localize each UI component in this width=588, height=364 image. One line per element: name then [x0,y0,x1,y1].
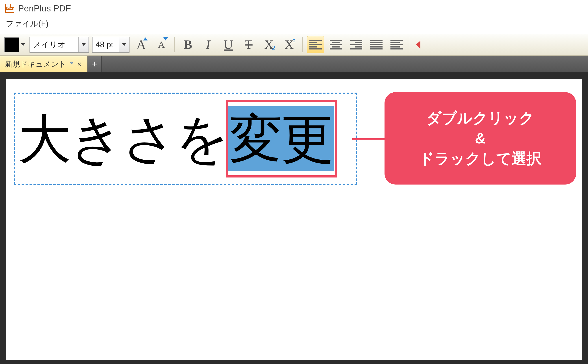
subscript-badge: 2 [272,45,275,52]
callout-line2: & [475,128,486,149]
document-page[interactable]: 大きさを変更 ダブルクリック & ドラックして選択 [6,79,582,360]
separator [174,37,175,52]
align-distribute-button[interactable] [388,36,405,53]
italic-button[interactable]: I [200,36,217,53]
underline-icon: U [224,38,233,51]
align-left-icon [309,40,322,50]
increase-font-button[interactable]: A [133,36,150,53]
formatting-toolbar: A A B I U T X 2 X 2 [0,34,588,56]
text-selected: 変更 [229,109,333,168]
align-left-button[interactable] [307,36,324,53]
separator [410,37,410,52]
superscript-badge: 2 [293,38,295,45]
decrease-font-button[interactable]: A [153,36,170,53]
align-justify-button[interactable] [368,36,385,53]
triangle-down-icon [163,37,168,40]
toolbar-overflow-button[interactable] [414,40,421,49]
tab-label: 新規ドキュメント [5,59,66,69]
bold-icon: B [184,38,192,51]
canvas-viewport: 大きさを変更 ダブルクリック & ドラックして選択 [0,73,588,364]
font-size-combo[interactable] [92,37,129,52]
document-tabstrip: 新規ドキュメント * × + [0,56,588,73]
font-family-input[interactable] [30,37,78,52]
align-center-button[interactable] [327,36,344,53]
chevron-left-icon [415,40,421,49]
text-unselected[interactable]: 大きさを [18,112,228,165]
bold-button[interactable]: B [179,36,196,53]
menu-file[interactable]: ファイル(F) [4,18,50,30]
align-center-icon [330,40,342,50]
font-family-combo[interactable] [29,37,89,52]
instruction-callout: ダブルクリック & ドラックして選択 [385,92,576,185]
chevron-down-icon [21,43,25,46]
strikethrough-button[interactable]: T [240,36,257,53]
italic-icon: I [206,38,210,51]
letter-a-icon: A [158,40,165,49]
tab-close-button[interactable]: × [76,60,82,68]
chevron-down-icon [122,43,126,46]
triangle-up-icon [143,37,147,40]
svg-marker-0 [416,41,421,49]
color-swatch-icon [4,37,19,52]
callout-line1: ダブルクリック [426,108,534,128]
tab-active-document[interactable]: 新規ドキュメント * × [0,56,87,72]
font-family-dropdown-button[interactable] [78,37,88,52]
align-right-button[interactable] [347,36,365,53]
title-bar: PenPlus PDF [0,0,588,17]
callout-connector-line [352,138,385,140]
tab-modified-marker: * [70,60,73,68]
text-content[interactable]: 大きさを変更 [18,112,334,165]
font-size-dropdown-button[interactable] [119,37,129,52]
font-color-picker[interactable] [3,37,27,53]
subscript-button[interactable]: X 2 [260,36,277,53]
menu-bar: ファイル(F) [0,17,588,34]
app-pdf-icon [5,4,14,13]
plus-icon: + [92,58,97,70]
callout-line3: ドラックして選択 [419,149,541,169]
chevron-down-icon [82,43,86,46]
align-distribute-icon [390,40,403,50]
align-right-icon [350,40,362,50]
align-justify-icon [370,40,382,50]
separator [302,37,303,52]
strikethrough-icon: T [245,38,252,51]
tab-add-button[interactable]: + [87,56,101,72]
font-size-input[interactable] [93,37,119,52]
text-box[interactable]: 大きさを変更 [14,93,357,185]
text-selection[interactable]: 変更 [228,106,334,171]
app-title: PenPlus PDF [18,4,71,13]
superscript-button[interactable]: X 2 [281,36,298,53]
underline-button[interactable]: U [220,36,237,53]
